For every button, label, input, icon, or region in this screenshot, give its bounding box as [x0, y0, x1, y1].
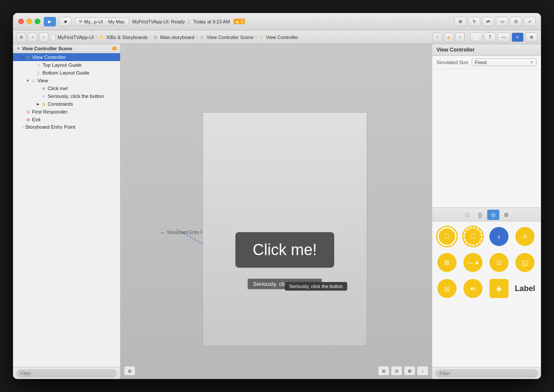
lib-tab-object[interactable]: ◎ — [487, 210, 499, 220]
view-controller-box[interactable]: Click me! Seriously, click the button — [202, 112, 367, 346]
breadcrumb-sep-2: › — [150, 35, 151, 39]
split-view-button[interactable]: ⊟ — [510, 17, 522, 26]
canvas-btn-4[interactable]: ↕ — [417, 366, 428, 376]
scheme-selector[interactable]: ⚒ My...p-UI › My Mac — [75, 18, 129, 26]
title-bar-right-icons: ⊞ ↻ ⇄ ▭ ⊟ ⤢ — [454, 17, 536, 26]
tooltip-text: Seriously, click the button — [289, 284, 343, 289]
navigator-panel: ▼ View Controller Scene ▼ ⊙ View Control… — [13, 44, 121, 379]
toggle-constraints[interactable]: ▶ — [36, 101, 41, 107]
tree-item-view[interactable]: ▼ □ View — [13, 77, 120, 84]
refresh-button[interactable]: ↻ — [468, 17, 480, 26]
exit-label: Exit — [32, 117, 118, 122]
breadcrumb-item-storyboard[interactable]: ⊞ Main.storyboard — [153, 34, 194, 40]
next-issue-button[interactable]: › — [455, 32, 465, 42]
breadcrumb-item-vc[interactable]: ⊙ View Controller — [258, 34, 298, 40]
breadcrumb-item-folder[interactable]: 📁 XIBs & Storyboards — [99, 34, 148, 40]
minimize-button[interactable] — [26, 19, 32, 24]
breadcrumb-storyboard-label: Main.storyboard — [160, 35, 194, 40]
storyboard-icon: ⊞ — [153, 34, 159, 40]
toggle-vc[interactable]: ▼ — [20, 55, 25, 60]
library-row-3: ◎ ⏭ ◈ Label — [436, 277, 538, 300]
view-label: View — [37, 78, 118, 83]
toggle-clickme — [36, 86, 41, 91]
add-button[interactable]: ⊕ — [525, 32, 538, 42]
lib-item-storyboard-ref[interactable]: □ — [462, 225, 484, 248]
maximize-button[interactable] — [35, 19, 40, 24]
add-editor-button[interactable]: ⊞ — [124, 366, 135, 376]
toggle-fr — [20, 109, 25, 114]
collection-lib-icon: ⊞ — [437, 253, 456, 272]
tree-item-click-me[interactable]: B Click me! — [13, 84, 120, 92]
lib-tab-code[interactable]: {} — [474, 210, 486, 220]
inspector-toggle-buttons: 📄 ? — ≡ ⊕ — [470, 32, 538, 42]
tree-item-top-layout[interactable]: □ Top Layout Guide — [13, 61, 120, 69]
lib-item-media[interactable]: ⏭ — [462, 277, 484, 300]
canvas-btn-2[interactable]: ⊟ — [391, 366, 402, 376]
toggle-bottom-layout — [30, 70, 36, 75]
lib-item-view[interactable]: □ — [436, 225, 458, 248]
lib-tab-file[interactable]: □ — [461, 210, 473, 220]
simulated-size-select[interactable]: Fixed ▼ — [472, 58, 537, 66]
navigator-filter-input[interactable] — [16, 369, 117, 377]
lib-item-button[interactable]: ‹ — [488, 225, 510, 248]
lib-item-tab[interactable]: ◱ — [514, 251, 536, 274]
stop-button[interactable]: ■ — [59, 17, 72, 26]
lib-item-toolbar[interactable]: ⊡ — [488, 251, 510, 274]
tree-item-entry-point[interactable]: → Storyboard Entry Point — [13, 123, 120, 130]
canvas-btn-1[interactable]: ⊞ — [378, 366, 389, 376]
breadcrumb-item-scene[interactable]: ⊡ View Controller Scene — [199, 34, 254, 40]
lib-item-label[interactable]: Label — [514, 277, 536, 300]
constraints-label: Constraints — [48, 101, 118, 107]
toggle-view[interactable]: ▼ — [25, 78, 30, 83]
constraints-icon: ⊞ — [41, 101, 47, 107]
breadcrumb-scene-label: View Controller Scene — [206, 35, 254, 40]
full-screen-button[interactable]: ⤢ — [524, 17, 536, 26]
lib-tab-media[interactable]: ⊞ — [500, 210, 512, 220]
table-lib-symbol: ≡ — [523, 233, 527, 240]
prev-issue-button[interactable]: ‹ — [433, 32, 442, 42]
click-me-text: Click me! — [253, 241, 317, 259]
library-filter-input[interactable] — [436, 369, 538, 377]
file-inspector-button[interactable]: 📄 — [470, 32, 482, 42]
lib-item-imageview[interactable]: ◎ — [436, 277, 458, 300]
tab-lib-icon: ◱ — [515, 253, 534, 272]
run-button[interactable]: ▶ — [44, 17, 56, 26]
attribute-inspector-button[interactable]: ≡ — [512, 32, 524, 42]
lib-item-table[interactable]: ≡ — [514, 225, 536, 248]
close-button[interactable] — [18, 19, 24, 24]
tooltip: Seriously, click the button — [285, 282, 347, 291]
click-me-button[interactable]: Click me! — [235, 232, 334, 268]
toggle-panel-button[interactable]: ▭ — [496, 17, 508, 26]
grid-view-button[interactable]: ⊞ — [454, 17, 466, 26]
media-lib-icon: ⏭ — [463, 279, 482, 298]
back-forward-button[interactable]: ⇄ — [482, 17, 494, 26]
tree-item-first-responder[interactable]: ⊙ First Responder — [13, 108, 120, 116]
forward-button[interactable]: › — [39, 32, 49, 42]
main-content: ▼ View Controller Scene ▼ ⊙ View Control… — [13, 44, 541, 379]
simulated-size-label: Simulated Size — [437, 60, 468, 65]
label-icon: L — [41, 93, 47, 99]
vc-content: Click me! Seriously, click the button — [203, 113, 367, 346]
tab-lib-symbol: ◱ — [522, 259, 528, 267]
no-inspector-button[interactable]: — — [498, 32, 510, 42]
tree-item-view-controller[interactable]: ▼ ⊙ View Controller — [13, 53, 120, 61]
lib-item-slider[interactable]: — ● — [462, 251, 484, 274]
lib-item-collection[interactable]: ⊞ — [436, 251, 458, 274]
breadcrumb: 📄 MyFirstTVApp-UI › 📁 XIBs & Storyboards… — [50, 34, 431, 40]
back-button[interactable]: ‹ — [28, 32, 37, 42]
tree-item-constraints[interactable]: ▶ ⊞ Constraints — [13, 100, 120, 108]
tree-item-seriously[interactable]: L Seriously, click the button — [13, 92, 120, 100]
breadcrumb-item-app[interactable]: 📄 MyFirstTVApp-UI — [50, 34, 94, 40]
tree-item-exit[interactable]: ⊗ Exit — [13, 116, 120, 123]
tree-item-bottom-layout[interactable]: □ Bottom Layout Guide — [13, 69, 120, 77]
help-button[interactable]: ? — [484, 32, 496, 42]
breadcrumb-vc-label: View Controller — [266, 35, 298, 40]
timestamp: Today at 9:23 AM — [193, 19, 230, 24]
vc-tree-icon: ⊙ — [25, 54, 31, 60]
storyboard-ref-symbol: □ — [471, 233, 475, 240]
scheme-label: My...p-UI — [84, 19, 103, 24]
lib-item-scenekit[interactable]: ◈ — [488, 277, 510, 300]
warning-indicator[interactable]: ▲ — [444, 32, 453, 42]
grid-nav-button[interactable]: ⊞ — [16, 32, 26, 42]
canvas-btn-3[interactable]: ⊠ — [404, 366, 415, 376]
